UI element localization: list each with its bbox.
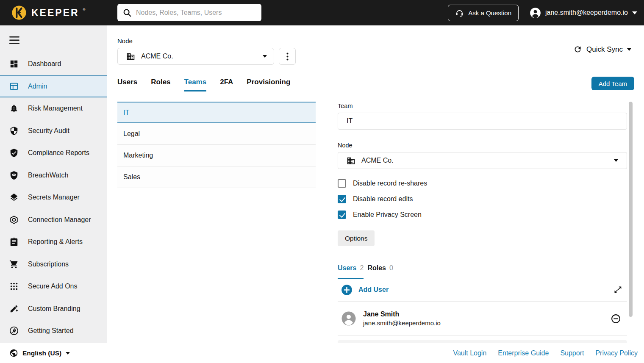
sidebar-item-secure-add-ons[interactable]: Secure Add Ons bbox=[0, 275, 107, 298]
sidebar-item-breachwatch[interactable]: BreachWatch bbox=[0, 164, 107, 187]
sidebar-item-label: Subscriptions bbox=[28, 260, 69, 268]
sidebar-item-compliance-reports[interactable]: Compliance Reports bbox=[0, 142, 107, 164]
tab-2fa[interactable]: 2FA bbox=[220, 78, 233, 91]
language-label: English (US) bbox=[22, 349, 61, 357]
tab-users[interactable]: Users bbox=[117, 78, 137, 91]
shield-check-icon bbox=[9, 148, 19, 158]
menu-toggle-button[interactable] bbox=[0, 25, 25, 44]
team-name-input[interactable] bbox=[338, 113, 627, 130]
global-search[interactable] bbox=[117, 4, 261, 21]
chevron-down-icon bbox=[263, 55, 267, 58]
sidebar-item-label: Admin bbox=[28, 83, 47, 90]
sidebar-item-label: Custom Branding bbox=[28, 305, 80, 313]
add-team-button[interactable]: Add Team bbox=[591, 77, 634, 90]
rocket-icon bbox=[9, 326, 19, 335]
shield-half-icon bbox=[9, 126, 19, 136]
subtab-users-label: Users bbox=[338, 264, 356, 272]
checkbox-checked-icon bbox=[338, 195, 346, 203]
checkbox-disable-reshares[interactable]: Disable record re-shares bbox=[338, 179, 427, 188]
sidebar-item-dashboard[interactable]: Dashboard bbox=[0, 53, 107, 75]
subtab-roles-label: Roles bbox=[367, 264, 386, 272]
member-email: jane.smith@keeperdemo.io bbox=[363, 319, 441, 327]
options-button[interactable]: Options bbox=[338, 230, 375, 246]
sidebar-item-subscriptions[interactable]: Subscriptions bbox=[0, 253, 107, 276]
team-field-label: Team bbox=[338, 103, 353, 109]
node-more-actions-button[interactable] bbox=[279, 48, 296, 65]
team-node-value: ACME Co. bbox=[361, 157, 608, 164]
tab-roles[interactable]: Roles bbox=[151, 78, 170, 91]
clipboard-icon bbox=[9, 237, 19, 247]
remove-member-button[interactable] bbox=[611, 313, 621, 324]
apps-grid-icon bbox=[9, 282, 19, 291]
sidebar-item-getting-started[interactable]: Getting Started bbox=[0, 320, 107, 342]
support-link[interactable]: Support bbox=[560, 349, 584, 357]
building-icon bbox=[347, 156, 355, 165]
user-email: jane.smith@keeperdemo.io bbox=[545, 9, 628, 17]
sidebar-item-label: Compliance Reports bbox=[28, 149, 89, 157]
vault-login-link[interactable]: Vault Login bbox=[453, 349, 486, 357]
tab-teams[interactable]: Teams bbox=[184, 78, 207, 91]
checkbox-label: Disable record re-shares bbox=[353, 180, 427, 187]
sidebar-item-security-audit[interactable]: Security Audit bbox=[0, 120, 107, 142]
team-row-legal[interactable]: Legal bbox=[117, 123, 316, 145]
keeper-logo[interactable]: KEEPER ® bbox=[11, 0, 86, 25]
add-user-row: Add User bbox=[338, 278, 627, 302]
member-name: Jane Smith bbox=[363, 310, 441, 318]
cart-icon bbox=[9, 260, 19, 269]
search-input[interactable] bbox=[136, 9, 256, 17]
sidebar-item-label: Secrets Manager bbox=[28, 194, 80, 201]
language-selector[interactable]: English (US) bbox=[9, 343, 70, 363]
sidebar-item-reporting-alerts[interactable]: Reporting & Alerts bbox=[0, 231, 107, 253]
subtab-users[interactable]: Users 2 bbox=[338, 264, 364, 279]
footer-links: Vault Login Enterprise Guide Support Pri… bbox=[453, 343, 638, 363]
sidebar-item-label: Security Audit bbox=[28, 127, 69, 135]
team-row-it[interactable]: IT bbox=[117, 102, 316, 123]
subtab-users-count: 2 bbox=[360, 264, 364, 272]
tab-provisioning[interactable]: Provisioning bbox=[247, 78, 290, 91]
node-selector-value: ACME Co. bbox=[141, 53, 257, 60]
team-node-selector[interactable]: ACME Co. bbox=[338, 152, 627, 169]
quick-sync-button[interactable]: Quick Sync bbox=[573, 45, 631, 54]
sidebar-item-risk-management[interactable]: Risk Management bbox=[0, 97, 107, 120]
vertical-scrollbar[interactable] bbox=[629, 102, 633, 317]
plus-circle-icon bbox=[341, 284, 353, 296]
main-content: Node ACME Co. Quick Sync Users Roles Tea… bbox=[107, 25, 644, 343]
team-row-marketing[interactable]: Marketing bbox=[117, 145, 316, 166]
add-user-button[interactable]: Add User bbox=[338, 284, 389, 296]
sidebar-item-label: Connection Manager bbox=[28, 216, 91, 224]
expand-icon[interactable] bbox=[613, 285, 622, 294]
sidebar-item-label: Dashboard bbox=[28, 60, 61, 68]
footer: English (US) Vault Login Enterprise Guid… bbox=[0, 343, 644, 363]
member-row: Jane Smith jane.smith@keeperdemo.io bbox=[338, 302, 627, 336]
sidebar: Dashboard Admin Risk Management Security… bbox=[0, 25, 107, 343]
ask-question-label: Ask a Question bbox=[468, 9, 511, 17]
admin-tabs: Users Roles Teams 2FA Provisioning bbox=[117, 78, 290, 91]
alert-bell-icon bbox=[9, 104, 19, 113]
privacy-policy-link[interactable]: Privacy Policy bbox=[595, 349, 638, 357]
subtab-roles[interactable]: Roles 0 bbox=[367, 264, 393, 278]
ask-question-button[interactable]: Ask a Question bbox=[448, 5, 519, 21]
chevron-down-icon bbox=[632, 11, 637, 14]
account-menu[interactable]: jane.smith@keeperdemo.io bbox=[530, 7, 637, 19]
refresh-icon bbox=[573, 45, 582, 54]
checkbox-privacy-screen[interactable]: Enable Privacy Screen bbox=[338, 211, 422, 219]
sidebar-item-connection-manager[interactable]: Connection Manager bbox=[0, 209, 107, 231]
dashboard-icon bbox=[9, 59, 19, 69]
building-icon bbox=[126, 52, 135, 61]
checkbox-disable-edits[interactable]: Disable record edits bbox=[338, 195, 413, 203]
chevron-down-icon bbox=[627, 48, 631, 51]
sidebar-item-secrets-manager[interactable]: Secrets Manager bbox=[0, 186, 107, 209]
admin-icon bbox=[9, 82, 19, 91]
hexagon-icon bbox=[9, 215, 19, 224]
chevron-down-icon bbox=[66, 352, 70, 355]
sidebar-item-custom-branding[interactable]: Custom Branding bbox=[0, 298, 107, 320]
membership-subtabs: Users 2 Roles 0 bbox=[338, 264, 393, 279]
checkbox-label: Disable record edits bbox=[353, 195, 413, 203]
sidebar-item-label: Risk Management bbox=[28, 105, 83, 112]
search-icon bbox=[122, 8, 132, 17]
team-row-sales[interactable]: Sales bbox=[117, 166, 316, 188]
node-selector[interactable]: ACME Co. bbox=[117, 48, 274, 65]
sidebar-item-admin[interactable]: Admin bbox=[0, 75, 107, 98]
enterprise-guide-link[interactable]: Enterprise Guide bbox=[498, 349, 549, 357]
checkbox-checked-icon bbox=[338, 211, 346, 219]
